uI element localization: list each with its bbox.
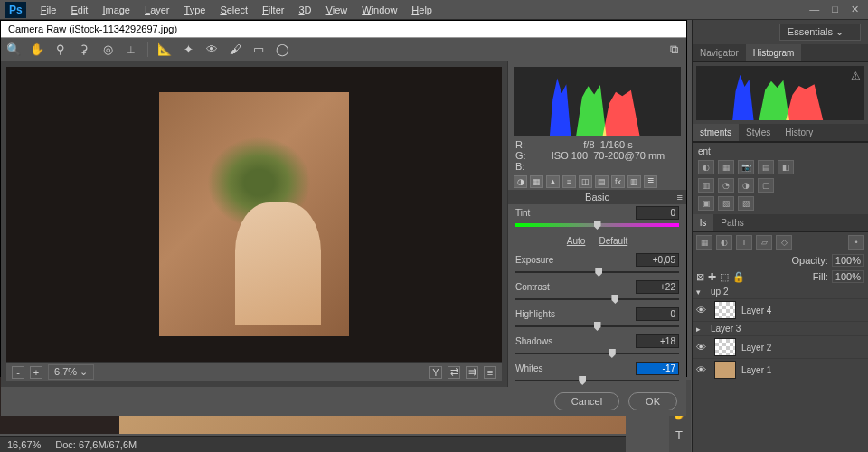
zoom-out-icon[interactable]: - <box>12 366 24 379</box>
tab-fx-icon[interactable]: fx <box>611 175 625 188</box>
settings-icon[interactable]: ≡ <box>484 366 496 379</box>
lock-icon[interactable]: 🔒 <box>732 271 745 283</box>
tab-paths[interactable]: Paths <box>713 214 751 231</box>
menu-select[interactable]: Select <box>212 2 255 18</box>
lock-icon[interactable]: ⊠ <box>696 271 704 283</box>
layer-menu-icon[interactable]: • <box>848 235 864 250</box>
grad-icon[interactable]: ▭ <box>251 42 266 57</box>
menu-3d[interactable]: 3D <box>291 2 318 18</box>
tab-history[interactable]: History <box>778 124 820 141</box>
hand-icon[interactable]: ✋ <box>30 42 44 57</box>
layer-row[interactable]: 👁 Layer 4 <box>693 299 868 322</box>
tab-split-icon[interactable]: ◫ <box>579 175 592 188</box>
adj-icon[interactable]: ◑ <box>738 178 754 193</box>
tab-adjustments[interactable]: stments <box>693 124 739 141</box>
close-icon[interactable]: ✕ <box>851 4 859 15</box>
zoom-in-icon[interactable]: + <box>30 366 42 379</box>
exposure-slider[interactable] <box>515 268 679 277</box>
tab-basic-icon[interactable]: ◑ <box>514 175 527 188</box>
auto-link[interactable]: Auto <box>567 236 586 246</box>
lock-icon[interactable]: ✚ <box>708 271 716 283</box>
menu-type[interactable]: Type <box>177 2 213 18</box>
adj-icon[interactable]: ▢ <box>758 178 774 193</box>
tab-styles[interactable]: Styles <box>739 124 778 141</box>
tab-presets-icon[interactable]: ≣ <box>644 175 657 188</box>
zoom-icon[interactable]: 🔍 <box>6 42 21 57</box>
default-link[interactable]: Default <box>599 236 627 246</box>
contrast-slider[interactable] <box>515 295 679 304</box>
adj-icon[interactable]: ▨ <box>738 196 754 211</box>
layer-row[interactable]: 👁 Layer 1 <box>693 359 868 381</box>
group-toggle-icon[interactable]: ▾ <box>696 287 705 297</box>
filter-smart-icon[interactable]: ◇ <box>776 235 792 250</box>
tint-value[interactable]: 0 <box>636 206 679 220</box>
adj-icon[interactable]: ▤ <box>758 160 774 174</box>
move-icon[interactable]: ↖ <box>671 448 687 452</box>
before-after-icon[interactable]: Y <box>429 366 442 379</box>
exposure-value[interactable]: +0,05 <box>636 253 679 267</box>
adj-icon[interactable]: ▧ <box>718 196 734 211</box>
spot-icon[interactable]: ✦ <box>181 42 195 57</box>
wb-icon[interactable]: ⚲ <box>53 42 68 57</box>
warning-icon[interactable]: ⚠ <box>851 70 861 82</box>
copy-icon[interactable]: ⇉ <box>466 366 478 379</box>
crop-icon[interactable]: ⟂ <box>124 42 138 57</box>
menu-file[interactable]: File <box>33 2 64 18</box>
group-toggle-icon[interactable]: ▸ <box>696 325 705 334</box>
whites-slider[interactable] <box>515 376 679 385</box>
tab-histogram[interactable]: Histogram <box>746 44 802 61</box>
whites-value[interactable]: -17 <box>636 362 679 375</box>
shadows-slider[interactable] <box>515 349 679 358</box>
tab-curve-icon[interactable]: ▦ <box>530 175 543 188</box>
filter-adj-icon[interactable]: ◐ <box>716 235 732 250</box>
maximize-icon[interactable]: □ <box>832 4 838 15</box>
panel-menu-icon[interactable]: ≡ <box>677 192 683 202</box>
workspace-switcher[interactable]: Essentials ⌄ <box>693 20 868 44</box>
highlights-slider[interactable] <box>515 322 679 331</box>
contrast-value[interactable]: +22 <box>636 280 679 294</box>
type-icon[interactable]: T <box>671 427 687 443</box>
shadows-value[interactable]: +18 <box>636 334 679 348</box>
zoom-value[interactable]: 6,7% ⌄ <box>48 364 94 380</box>
fill-value[interactable]: 100% <box>832 270 864 283</box>
tab-hsl-icon[interactable]: ≡ <box>562 175 576 188</box>
radial-icon[interactable]: ◯ <box>275 42 289 57</box>
tab-cal-icon[interactable]: ▥ <box>627 175 641 188</box>
ok-button[interactable]: OK <box>628 392 677 410</box>
adj-icon[interactable]: 📷 <box>738 160 754 174</box>
redeye-icon[interactable]: 👁 <box>204 42 219 57</box>
adj-icon[interactable]: ▥ <box>698 178 714 193</box>
tab-navigator[interactable]: Navigator <box>693 44 746 61</box>
layer-row[interactable]: 👁 Layer 2 <box>693 336 868 359</box>
menu-filter[interactable]: Filter <box>255 2 291 18</box>
filter-pixel-icon[interactable]: ▦ <box>696 235 712 250</box>
menu-edit[interactable]: Edit <box>63 2 95 18</box>
cancel-button[interactable]: Cancel <box>554 392 619 410</box>
straighten-icon[interactable]: 📐 <box>157 42 172 57</box>
menu-window[interactable]: Window <box>354 2 404 18</box>
tab-layers[interactable]: ls <box>693 214 713 231</box>
filter-type-icon[interactable]: T <box>736 235 752 250</box>
menu-help[interactable]: Help <box>404 2 439 18</box>
lock-icon[interactable]: ⬚ <box>720 271 729 283</box>
adj-icon[interactable]: ◐ <box>698 160 714 174</box>
minimize-icon[interactable]: — <box>809 4 819 15</box>
highlights-value[interactable]: 0 <box>636 307 679 321</box>
layer-row[interactable]: ▾ up 2 <box>693 285 868 299</box>
visibility-icon[interactable]: 👁 <box>696 342 709 353</box>
menu-image[interactable]: Image <box>95 2 137 18</box>
menu-view[interactable]: View <box>319 2 355 18</box>
adj-icon[interactable]: ◧ <box>778 160 794 174</box>
adj-icon[interactable]: ◔ <box>718 178 734 193</box>
layer-row[interactable]: ▸ Layer 3 <box>693 322 868 336</box>
visibility-icon[interactable]: 👁 <box>696 305 709 315</box>
opacity-value[interactable]: 100% <box>832 254 864 267</box>
adj-icon[interactable]: ▣ <box>698 196 714 211</box>
preview-toggle-icon[interactable]: ⧉ <box>666 42 681 57</box>
visibility-icon[interactable]: 👁 <box>696 364 709 375</box>
tint-slider[interactable] <box>515 221 679 230</box>
tab-lens-icon[interactable]: ▤ <box>595 175 609 188</box>
target-adjust-icon[interactable]: ◎ <box>100 42 115 57</box>
color-sampler-icon[interactable]: ⚳ <box>77 42 91 57</box>
menu-layer[interactable]: Layer <box>137 2 177 18</box>
